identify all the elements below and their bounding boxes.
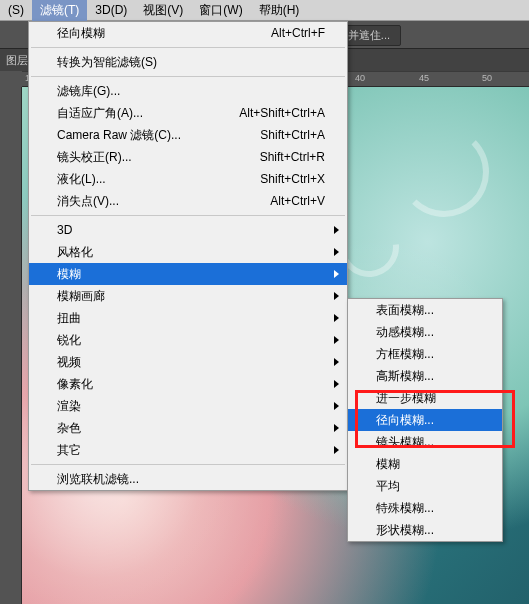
menu-item-label: 径向模糊 [57, 25, 247, 42]
document-tab[interactable]: 图层 [6, 53, 28, 68]
menu-item-camera-raw[interactable]: Camera Raw 滤镜(C)... Shift+Ctrl+A [29, 124, 347, 146]
menu-item-adaptive-wide[interactable]: 自适应广角(A)... Alt+Shift+Ctrl+A [29, 102, 347, 124]
ruler-vertical [0, 87, 22, 604]
submenu-item-shape-blur[interactable]: 形状模糊... [348, 519, 502, 541]
menu-item-label: 扭曲 [57, 310, 325, 327]
submenu-arrow-icon [334, 336, 339, 344]
menu-3d[interactable]: 3D(D) [87, 0, 135, 20]
menu-item-label: 模糊 [376, 456, 480, 473]
menu-view[interactable]: 视图(V) [135, 0, 191, 22]
menu-item-filter-gallery[interactable]: 滤镜库(G)... [29, 80, 347, 102]
menubar: (S) 滤镜(T) 3D(D) 视图(V) 窗口(W) 帮助(H) [0, 0, 529, 21]
menu-separator [31, 47, 345, 48]
submenu-item-smart-blur[interactable]: 特殊模糊... [348, 497, 502, 519]
menu-item-label: 模糊画廊 [57, 288, 325, 305]
menu-item-label: 3D [57, 223, 325, 237]
menubar-prefix: (S) [0, 0, 32, 20]
submenu-arrow-icon [334, 270, 339, 278]
menu-item-other[interactable]: 其它 [29, 439, 347, 461]
submenu-arrow-icon [334, 248, 339, 256]
menu-item-pixelate[interactable]: 像素化 [29, 373, 347, 395]
menu-item-label: 消失点(V)... [57, 193, 246, 210]
menu-help[interactable]: 帮助(H) [251, 0, 308, 22]
menu-item-label: Camera Raw 滤镜(C)... [57, 127, 236, 144]
submenu-arrow-icon [334, 402, 339, 410]
menu-item-label: 表面模糊... [376, 302, 480, 319]
menu-item-convert-smart[interactable]: 转换为智能滤镜(S) [29, 51, 347, 73]
menu-item-shortcut: Shift+Ctrl+R [260, 150, 325, 164]
menu-item-3d[interactable]: 3D [29, 219, 347, 241]
menu-window[interactable]: 窗口(W) [191, 0, 250, 22]
menu-item-blur-gallery[interactable]: 模糊画廊 [29, 285, 347, 307]
menu-item-label: 杂色 [57, 420, 325, 437]
menu-item-sharpen[interactable]: 锐化 [29, 329, 347, 351]
submenu-arrow-icon [334, 226, 339, 234]
menu-item-shortcut: Alt+Ctrl+V [270, 194, 325, 208]
menu-item-label: 液化(L)... [57, 171, 236, 188]
submenu-arrow-icon [334, 292, 339, 300]
menu-item-label: 渲染 [57, 398, 325, 415]
menu-item-shortcut: Alt+Shift+Ctrl+A [239, 106, 325, 120]
menu-separator [31, 76, 345, 77]
submenu-item-blur-more[interactable]: 进一步模糊 [348, 387, 502, 409]
menu-item-distort[interactable]: 扭曲 [29, 307, 347, 329]
submenu-arrow-icon [334, 424, 339, 432]
submenu-item-radial-blur[interactable]: 径向模糊... [348, 409, 502, 431]
menu-item-label: 进一步模糊 [376, 390, 480, 407]
menu-item-label: 动感模糊... [376, 324, 480, 341]
menu-item-shortcut: Alt+Ctrl+F [271, 26, 325, 40]
menu-item-label: 滤镜库(G)... [57, 83, 325, 100]
menu-item-label: 风格化 [57, 244, 325, 261]
menu-item-lens-correction[interactable]: 镜头校正(R)... Shift+Ctrl+R [29, 146, 347, 168]
menu-item-noise[interactable]: 杂色 [29, 417, 347, 439]
menu-item-browse-online[interactable]: 浏览联机滤镜... [29, 468, 347, 490]
menu-item-label: 模糊 [57, 266, 325, 283]
menu-item-label: 镜头模糊... [376, 434, 480, 451]
submenu-arrow-icon [334, 380, 339, 388]
blur-submenu: 表面模糊... 动感模糊... 方框模糊... 高斯模糊... 进一步模糊 径向… [347, 298, 503, 542]
menu-item-label: 自适应广角(A)... [57, 105, 215, 122]
menu-item-label: 高斯模糊... [376, 368, 480, 385]
menu-item-label: 像素化 [57, 376, 325, 393]
menu-item-label: 浏览联机滤镜... [57, 471, 325, 488]
submenu-arrow-icon [334, 314, 339, 322]
menu-separator [31, 215, 345, 216]
submenu-item-average[interactable]: 平均 [348, 475, 502, 497]
submenu-item-lens-blur[interactable]: 镜头模糊... [348, 431, 502, 453]
menu-separator [31, 464, 345, 465]
menu-item-video[interactable]: 视频 [29, 351, 347, 373]
menu-item-label: 镜头校正(R)... [57, 149, 236, 166]
menu-item-liquify[interactable]: 液化(L)... Shift+Ctrl+X [29, 168, 347, 190]
submenu-item-gaussian-blur[interactable]: 高斯模糊... [348, 365, 502, 387]
submenu-arrow-icon [334, 358, 339, 366]
menu-item-label: 径向模糊... [376, 412, 480, 429]
menu-item-stylize[interactable]: 风格化 [29, 241, 347, 263]
menu-item-label: 视频 [57, 354, 325, 371]
menu-item-label: 形状模糊... [376, 522, 480, 539]
menu-filter[interactable]: 滤镜(T) [32, 0, 87, 22]
submenu-item-box-blur[interactable]: 方框模糊... [348, 343, 502, 365]
menu-item-vanishing-point[interactable]: 消失点(V)... Alt+Ctrl+V [29, 190, 347, 212]
menu-item-label: 平均 [376, 478, 480, 495]
menu-item-label: 特殊模糊... [376, 500, 480, 517]
menu-item-render[interactable]: 渲染 [29, 395, 347, 417]
submenu-item-motion-blur[interactable]: 动感模糊... [348, 321, 502, 343]
submenu-item-blur[interactable]: 模糊 [348, 453, 502, 475]
submenu-item-surface-blur[interactable]: 表面模糊... [348, 299, 502, 321]
submenu-arrow-icon [334, 446, 339, 454]
menu-item-label: 锐化 [57, 332, 325, 349]
menu-item-blur[interactable]: 模糊 [29, 263, 347, 285]
menu-item-label: 其它 [57, 442, 325, 459]
filter-menu: 径向模糊 Alt+Ctrl+F 转换为智能滤镜(S) 滤镜库(G)... 自适应… [28, 21, 348, 491]
menu-item-shortcut: Shift+Ctrl+X [260, 172, 325, 186]
menu-item-last-filter[interactable]: 径向模糊 Alt+Ctrl+F [29, 22, 347, 44]
menu-item-label: 转换为智能滤镜(S) [57, 54, 325, 71]
menu-item-label: 方框模糊... [376, 346, 480, 363]
menu-item-shortcut: Shift+Ctrl+A [260, 128, 325, 142]
